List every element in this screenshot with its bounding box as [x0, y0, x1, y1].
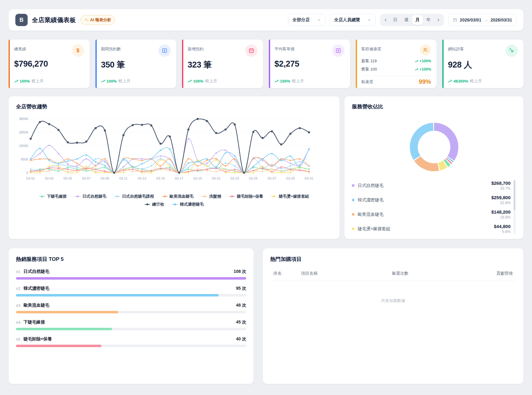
top5-item: #4下睫毛嫁接45 次 [16, 319, 246, 330]
kpi-bookings: 期間預約數 $ 350 筆 100% 較上月 [95, 40, 177, 88]
legend-dot [352, 184, 355, 187]
top5-list: #1日式自然睫毛108 次#2韓式濃密睫毛95 次#3歐美混血睫毛48 次#4下… [16, 269, 246, 347]
ai-report-button[interactable]: AI 報表分析 [80, 15, 115, 25]
donut-legend-list: 日式自然睫毛$268,70033.7%韓式濃密睫毛$259,80032.6%歐美… [352, 178, 516, 236]
top5-item: #1日式自然睫毛108 次 [16, 269, 246, 280]
kpi-row: 總業績 $ $796,270 100% 較上月 期間預約數 $ 350 筆 10… [9, 40, 523, 88]
donut-chart-title: 服務營收佔比 [352, 103, 516, 110]
legend-item[interactable]: 睫毛卸除+保養 [229, 194, 263, 199]
date-to: 2026/03/31 [491, 17, 512, 22]
top5-item: #2韓式濃密睫毛95 次 [16, 286, 246, 296]
kpi-total-revenue: 總業績 $ $796,270 100% 較上月 [9, 40, 90, 88]
legend-marker-icon [115, 195, 120, 198]
stickiness-row: 黏著度 99% [361, 78, 431, 85]
svg-text:28500: 28500 [19, 130, 28, 134]
sparkles-icon [84, 18, 88, 22]
trend-up-icon [14, 79, 18, 83]
calendar-icon [245, 45, 258, 57]
top5-bar-fill [16, 328, 112, 330]
legend-marker-icon [145, 203, 150, 206]
scrollbar-track [514, 180, 515, 234]
donut-legend-item: 睫毛燙+嫁接套組$44,8005.6% [352, 222, 511, 236]
date-range-picker[interactable]: 2026/03/01 → 2026/03/31 [448, 14, 517, 26]
top5-bar-track [16, 277, 246, 280]
trend-up-icon [101, 79, 105, 83]
donut-legend-item: 歐美混血睫毛$148,20018.6% [352, 207, 511, 222]
page-title: 全店業績儀表板 [32, 16, 76, 24]
svg-text:03-07: 03-07 [82, 176, 91, 180]
trend-up-icon [415, 60, 418, 63]
top5-services-panel: 熱銷服務項目 TOP 5 #1日式自然睫毛108 次#2韓式濃密睫毛95 次#3… [9, 248, 254, 384]
brand-logo: B [15, 14, 28, 26]
service-share-panel: 服務營收佔比 日式自然睫毛$268,70033.7%韓式濃密睫毛$259,800… [344, 96, 523, 239]
legend-item[interactable]: 日式自然睫毛 [75, 194, 107, 199]
trend-chart-title: 全店營收趨勢 [16, 103, 332, 110]
addons-column-header: 項目名稱 [301, 271, 392, 276]
svg-text:03-03: 03-03 [45, 176, 53, 180]
svg-text:$: $ [337, 49, 339, 52]
svg-text:38000: 38000 [19, 117, 28, 121]
kpi-value: $2,275 [274, 59, 344, 69]
prev-period-button[interactable] [381, 15, 390, 25]
top5-bar-track [16, 345, 246, 347]
next-period-button[interactable] [434, 15, 443, 25]
cursor-click-icon [506, 45, 518, 57]
kpi-new-bookings: 新增預約 323 筆 100% 較上月 [182, 40, 263, 88]
svg-text:$: $ [164, 49, 165, 52]
addons-title: 熱門加購項目 [270, 256, 516, 263]
trend-chart-canvas: 0950019000285003800003-0103-0303-0503-07… [16, 114, 332, 192]
legend-item[interactable]: 下睫毛嫁接 [39, 194, 67, 199]
svg-text:0: 0 [26, 171, 28, 175]
staff-select[interactable]: 全店人員總覽 [330, 14, 376, 26]
legend-item[interactable]: 睫毛燙+嫁接套組 [271, 194, 309, 199]
scrollbar-thumb[interactable] [514, 180, 515, 210]
addons-table-header: 排名項目名稱被選次數貢獻營收 [270, 271, 516, 281]
top5-bar-track [16, 311, 246, 313]
legend-dot [352, 213, 355, 216]
top5-bar-track [16, 328, 246, 330]
calendar-icon [453, 18, 457, 22]
kpi-value: $796,270 [14, 59, 84, 69]
legend-item[interactable]: 總營收 [145, 202, 164, 207]
top-bar: B 全店業績儀表板 AI 報表分析 全部分店 全店人員總覽 日 週 月 年 20… [9, 9, 523, 31]
chevron-down-icon [367, 18, 371, 22]
legend-marker-icon [202, 195, 207, 198]
period-day-tab[interactable]: 日 [390, 15, 401, 25]
top5-item: #3歐美混血睫毛48 次 [16, 303, 246, 313]
legend-marker-icon [39, 195, 45, 198]
svg-text:03-05: 03-05 [64, 176, 72, 180]
legend-dot [352, 227, 355, 230]
donut-legend-item: 韓式濃密睫毛$259,80032.6% [352, 193, 511, 207]
svg-text:03-23: 03-23 [231, 176, 239, 180]
legend-dot [352, 199, 355, 201]
legend-item[interactable]: 歐美混血睫毛 [162, 194, 194, 199]
donut-legend-item: 日式自然睫毛$268,70033.7% [352, 178, 511, 193]
chevron-down-icon [317, 18, 321, 22]
svg-text:03-11: 03-11 [119, 176, 127, 180]
top5-bar-fill [16, 294, 219, 296]
period-week-tab[interactable]: 週 [401, 15, 412, 25]
svg-text:03-17: 03-17 [175, 176, 183, 180]
service-share-donut [352, 119, 516, 175]
addons-column-header: 排名 [273, 271, 301, 276]
legend-item[interactable]: 日式自然睫毛課程 [115, 194, 154, 199]
branch-select[interactable]: 全部分店 [288, 14, 325, 26]
trend-up-icon [188, 79, 192, 83]
dollar-icon: $ [72, 45, 84, 57]
trend-up-icon [415, 68, 418, 71]
legend-item[interactable]: 洗髮精 [202, 194, 221, 199]
trend-up-icon [274, 79, 279, 83]
kpi-customer-health: 客群健康度 新客 119 +100% 舊客 100 +100% 黏著度 99% [356, 40, 437, 88]
kpi-avg-ticket: 平均客單價 $ $2,275 100% 較上月 [269, 40, 350, 88]
users-icon [420, 45, 431, 56]
addons-panel: 熱門加購項目 排名項目名稱被選次數貢獻營收 尚無加購數據 [263, 248, 523, 384]
period-year-tab[interactable]: 年 [423, 15, 434, 25]
period-segmented-control: 日 週 月 年 [380, 14, 444, 26]
legend-marker-icon [162, 195, 168, 198]
svg-text:03-29: 03-29 [286, 176, 295, 180]
period-month-tab[interactable]: 月 [412, 15, 423, 25]
svg-text:03-01: 03-01 [26, 176, 35, 180]
receipt-icon: $ [332, 45, 344, 57]
legend-item[interactable]: 韓式濃密睫毛 [172, 202, 204, 207]
addons-column-header: 被選次數 [392, 271, 465, 276]
